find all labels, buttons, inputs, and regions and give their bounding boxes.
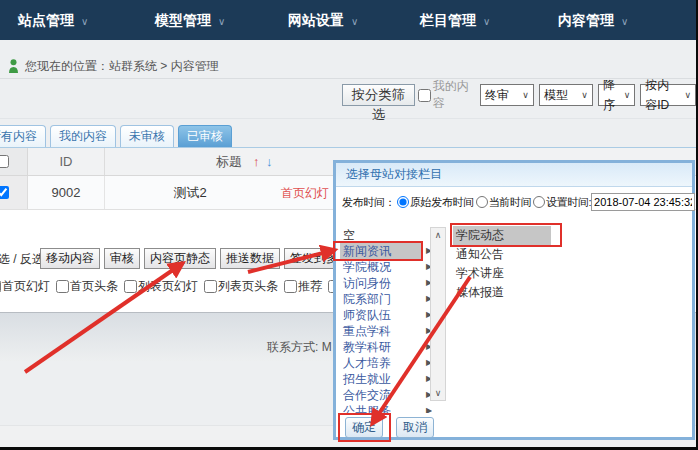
flag-label: 首页幻灯 [2,278,50,295]
sort-desc-icon[interactable]: ↓ [266,148,273,175]
row-checkbox[interactable] [0,186,9,199]
radio-original-time-label[interactable]: 原始发布时间 [410,195,474,210]
chevron-down-icon: ∨ [351,16,358,27]
select-value: 按内容ID [645,75,679,115]
top-nav: 站点管理∨ 模型管理∨ 网站设置∨ 栏目管理∨ 内容管理∨ [0,0,696,40]
radio-set-time[interactable] [533,196,545,208]
nav-content-management[interactable]: 内容管理∨ [558,12,628,30]
list-item-label: 空 [340,227,422,243]
select-all-checkbox[interactable] [0,155,9,168]
radio-set-time-label[interactable]: 设置时间: [546,195,591,210]
flag-label: 推荐 [298,278,322,295]
list-item-admissions[interactable]: 招生就业▶ [340,371,432,387]
ok-button[interactable]: 确定 [345,417,383,438]
radio-original-time[interactable] [397,196,409,208]
tab-audited[interactable]: 已审核 [178,125,232,147]
list-item-empty[interactable]: 空 [340,227,432,243]
flag-label: 列表页幻灯 [138,278,198,295]
list-item-teaching-research[interactable]: 教学科研▶ [340,339,432,355]
chevron-down-icon: ∨ [581,85,588,105]
select-value: 模型 [544,85,568,105]
sublist-item-lectures[interactable]: 学术讲座 [453,264,613,283]
move-content-button[interactable]: 移动内容 [40,248,100,269]
header-checkbox-cell [0,148,28,175]
user-icon [8,59,19,74]
select-invert-label[interactable]: 全选 / 反选 [0,251,44,268]
flag-list-slide-checkbox[interactable] [124,280,137,293]
submenu-arrow-icon: ▶ [426,403,432,413]
row-flag-label[interactable]: 首页幻灯 [281,185,329,202]
list-item-cooperation[interactable]: 合作交流▶ [340,387,432,403]
tab-my-content[interactable]: 我的内容 [50,125,116,147]
list-item-label: 访问身份 [340,275,422,291]
sublist-item-media[interactable]: 媒体报道 [453,283,613,302]
footer-contact-text: 联系方式: M [267,339,332,356]
nav-website-settings[interactable]: 网站设置∨ [288,12,358,30]
scroll-down-icon[interactable]: ∨ [431,388,445,398]
sublist-item-college-news[interactable]: 学院动态 [453,226,551,245]
list-item-label: 师资队伍 [340,307,422,323]
flag-list-headline-checkbox[interactable] [204,280,217,293]
list-item-news[interactable]: 新闻资讯▶ [340,243,432,259]
chevron-down-icon: ∨ [684,85,691,105]
select-parent-column-dialog: 选择母站对接栏目 发布时间： 原始发布时间 当前时间 设置时间: 空 新闻资讯▶… [333,160,695,440]
list-item-label: 人才培养 [340,355,422,371]
select-value: 终审 [485,85,509,105]
static-page-button[interactable]: 内容页静态 [144,248,216,269]
row-checkbox-cell [0,176,28,209]
list-item-label: 重点学科 [340,323,422,339]
flag-recommend-checkbox[interactable] [284,280,297,293]
audit-button[interactable]: 审核 [104,248,140,269]
flag-label: 首页头条 [70,278,118,295]
set-time-input[interactable] [591,193,695,211]
chevron-down-icon: ∨ [81,16,88,27]
filter-by-category-button[interactable]: 按分类筛选 [342,84,415,106]
radio-current-time-label[interactable]: 当前时间 [489,195,531,210]
flag-home-headline-checkbox[interactable] [56,280,69,293]
my-content-checkbox[interactable] [418,89,431,102]
flag-home-slide-checkbox[interactable] [0,280,1,293]
my-content-label: 我的内容 [433,78,475,112]
sort-asc-icon[interactable]: ↑ [253,148,260,175]
list-item-visitor[interactable]: 访问身份▶ [340,275,432,291]
scroll-up-icon[interactable]: ∧ [431,230,445,240]
select-value: 降序 [603,75,619,115]
nav-model-management[interactable]: 模型管理∨ [155,12,225,30]
filter-select-sort-field[interactable]: 按内容ID∨ [640,84,696,106]
nav-label: 内容管理 [558,12,614,30]
chevron-down-icon: ∨ [624,85,631,105]
list-item-label: 新闻资讯 [340,243,422,259]
list-item-clipped[interactable]: 公共服务▶ [340,403,432,413]
screen: 站点管理∨ 模型管理∨ 网站设置∨ 栏目管理∨ 内容管理∨ 您现在的位置：站群系… [0,0,698,450]
nav-column-management[interactable]: 栏目管理∨ [420,12,490,30]
filter-select-order[interactable]: 降序∨ [598,84,635,106]
nav-site-management[interactable]: 站点管理∨ [18,12,88,30]
tab-unaudited[interactable]: 未审核 [120,125,174,147]
id-column-header: ID [28,148,105,175]
row-title[interactable]: 测试2 [105,176,275,209]
sublist-item-notices[interactable]: 通知公告 [453,245,613,264]
row-id: 9002 [28,176,105,209]
list-item-label: 招生就业 [340,371,422,387]
filter-bar: 按分类筛选 我的内容 终审∨ 模型∨ 降序∨ 按内容ID∨ [342,84,696,106]
chevron-down-icon: ∨ [621,16,628,27]
tab-all-content[interactable]: 所有内容 [0,125,46,147]
push-data-button[interactable]: 推送数据 [220,248,280,269]
filter-select-audit[interactable]: 终审∨ [480,84,534,106]
nav-label: 栏目管理 [420,12,476,30]
cancel-button[interactable]: 取消 [396,417,434,438]
list-item-key-subjects[interactable]: 重点学科▶ [340,323,432,339]
chevron-down-icon: ∨ [522,85,529,105]
list-item-talent[interactable]: 人才培养▶ [340,355,432,371]
radio-current-time[interactable] [476,196,488,208]
list-scrollbar[interactable]: ∧ ∨ [430,227,446,401]
list-item-overview[interactable]: 学院概况▶ [340,259,432,275]
sub-column-list: 学院动态 通知公告 学术讲座 媒体报道 [453,226,613,302]
list-item-faculty[interactable]: 师资队伍▶ [340,307,432,323]
list-item-departments[interactable]: 院系部门▶ [340,291,432,307]
list-item-label: 公共服务 [340,403,422,413]
filter-select-model[interactable]: 模型∨ [539,84,593,106]
dialog-title: 选择母站对接栏目 [336,163,692,187]
list-item-label: 合作交流 [340,387,422,403]
breadcrumb-text: 您现在的位置：站群系统 > 内容管理 [25,58,219,75]
